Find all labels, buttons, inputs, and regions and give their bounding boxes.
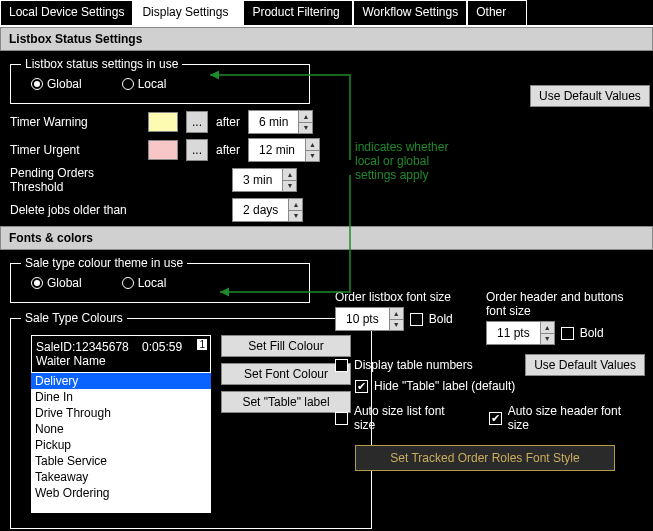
header-bold-checkbox[interactable] [561, 327, 574, 340]
timer-urgent-color-picker[interactable]: ... [186, 139, 208, 161]
pending-orders-label: Pending Orders Threshold [10, 166, 140, 194]
font-settings-panel: Order listbox font size 10 pts ▲▼ Bold O… [335, 290, 645, 471]
delete-jobs-spinner[interactable]: 2 days ▲▼ [232, 198, 303, 222]
timer-urgent-color[interactable] [148, 140, 178, 160]
spinner-down-icon[interactable]: ▼ [389, 320, 403, 331]
fonts-colors-header: Fonts & colors [0, 226, 653, 250]
sample-badge: 1 [196, 338, 208, 351]
list-item[interactable]: Delivery [31, 373, 211, 389]
listbox-font-value: 10 pts [336, 308, 389, 330]
list-item[interactable]: Pickup [31, 437, 211, 453]
after-label: after [216, 143, 240, 157]
radio-global-status[interactable]: Global [31, 77, 82, 91]
radio-local-status[interactable]: Local [122, 77, 167, 91]
radio-local-theme-label: Local [138, 276, 167, 290]
listbox-status-legend: Listbox status settings in use [21, 57, 182, 71]
auto-size-header-label: Auto size header font size [508, 404, 645, 432]
sample-time: 0:05:59 [142, 340, 182, 354]
radio-dot-icon [31, 78, 43, 90]
radio-global-theme[interactable]: Global [31, 276, 82, 290]
list-item[interactable]: None [31, 421, 211, 437]
sample-sale-id: SaleID:12345678 [36, 340, 129, 354]
hide-table-label-checkbox[interactable] [355, 380, 368, 393]
spinner-up-icon[interactable]: ▲ [305, 139, 319, 151]
spinner-up-icon[interactable]: ▲ [288, 199, 302, 211]
display-table-numbers-checkbox[interactable] [335, 359, 348, 372]
sample-order-preview: 1 SaleID:12345678 0:05:59 Waiter Name [31, 335, 211, 373]
spinner-down-icon[interactable]: ▼ [540, 334, 554, 345]
list-item[interactable]: Web Ordering [31, 485, 211, 501]
tab-product-filtering[interactable]: Product Filtering [243, 0, 353, 25]
set-table-label-button[interactable]: Set "Table" label [221, 391, 351, 413]
timer-urgent-spinner[interactable]: 12 min ▲▼ [248, 138, 320, 162]
delete-jobs-value: 2 days [233, 199, 288, 221]
tab-display-settings[interactable]: Display Settings [133, 0, 243, 25]
auto-size-list-checkbox[interactable] [335, 412, 348, 425]
set-font-colour-button[interactable]: Set Font Colour [221, 363, 351, 385]
sale-type-theme-fieldset: Sale type colour theme in use Global Loc… [10, 256, 310, 303]
tab-local-device[interactable]: Local Device Settings [0, 0, 133, 25]
spinner-down-icon[interactable]: ▼ [305, 151, 319, 162]
auto-size-header-checkbox[interactable] [489, 412, 502, 425]
timer-warning-spinner[interactable]: 6 min ▲▼ [248, 110, 313, 134]
listbox-font-spinner[interactable]: 10 pts ▲▼ [335, 307, 404, 331]
timer-urgent-value: 12 min [249, 139, 305, 161]
header-font-spinner[interactable]: 11 pts ▲▼ [486, 321, 555, 345]
list-item[interactable]: Table Service [31, 453, 211, 469]
listbox-status-fieldset: Listbox status settings in use Global Lo… [10, 57, 310, 104]
timer-warning-color-picker[interactable]: ... [186, 111, 208, 133]
display-table-numbers-label: Display table numbers [354, 358, 473, 372]
sale-type-list[interactable]: DeliveryDine InDrive ThroughNonePickupTa… [31, 373, 211, 513]
spinner-up-icon[interactable]: ▲ [298, 111, 312, 123]
order-listbox-font-label: Order listbox font size [335, 290, 466, 304]
radio-dot-icon [31, 277, 43, 289]
spinner-down-icon[interactable]: ▼ [288, 211, 302, 222]
spinner-up-icon[interactable]: ▲ [282, 169, 296, 181]
radio-local-theme[interactable]: Local [122, 276, 167, 290]
spinner-up-icon[interactable]: ▲ [389, 308, 403, 320]
after-label: after [216, 115, 240, 129]
sale-type-theme-legend: Sale type colour theme in use [21, 256, 187, 270]
list-item[interactable]: Dine In [31, 389, 211, 405]
set-fill-colour-button[interactable]: Set Fill Colour [221, 335, 351, 357]
radio-global-label: Global [47, 77, 82, 91]
timer-urgent-label: Timer Urgent [10, 143, 140, 157]
list-item[interactable]: Takeaway [31, 469, 211, 485]
pending-orders-value: 3 min [233, 169, 282, 191]
spinner-up-icon[interactable]: ▲ [540, 322, 554, 334]
tracked-order-roles-button[interactable]: Set Tracked Order Roles Font Style [355, 445, 615, 471]
listbox-bold-checkbox[interactable] [410, 313, 423, 326]
timer-warning-label: Timer Warning [10, 115, 140, 129]
spinner-down-icon[interactable]: ▼ [282, 181, 296, 192]
radio-dot-icon [122, 78, 134, 90]
pending-orders-spinner[interactable]: 3 min ▲▼ [232, 168, 297, 192]
delete-jobs-label: Delete jobs older than [10, 203, 140, 217]
order-header-font-label: Order header and buttons font size [486, 290, 645, 318]
bold-label: Bold [429, 312, 453, 326]
sale-type-colours-legend: Sale Type Colours [21, 311, 127, 325]
use-default-values-fonts-button[interactable]: Use Default Values [525, 354, 645, 376]
bold-label: Bold [580, 326, 604, 340]
tab-bar: Local Device Settings Display Settings P… [0, 0, 653, 27]
radio-local-label: Local [138, 77, 167, 91]
timer-warning-value: 6 min [249, 111, 298, 133]
list-item[interactable]: Drive Through [31, 405, 211, 421]
radio-global-theme-label: Global [47, 276, 82, 290]
tab-workflow-settings[interactable]: Workflow Settings [353, 0, 467, 25]
sample-waiter: Waiter Name [36, 354, 106, 368]
tab-other[interactable]: Other [467, 0, 527, 25]
header-font-value: 11 pts [487, 322, 540, 344]
auto-size-list-label: Auto size list font size [354, 404, 469, 432]
annotation-text: indicates whether local or global settin… [355, 140, 448, 182]
use-default-values-button[interactable]: Use Default Values [530, 85, 650, 107]
sale-type-colours-fieldset: Sale Type Colours 1 SaleID:12345678 0:05… [10, 311, 372, 529]
hide-table-label-label: Hide "Table" label (default) [374, 379, 515, 393]
timer-warning-color[interactable] [148, 112, 178, 132]
listbox-status-header: Listbox Status Settings [0, 27, 653, 51]
spinner-down-icon[interactable]: ▼ [298, 123, 312, 134]
radio-dot-icon [122, 277, 134, 289]
